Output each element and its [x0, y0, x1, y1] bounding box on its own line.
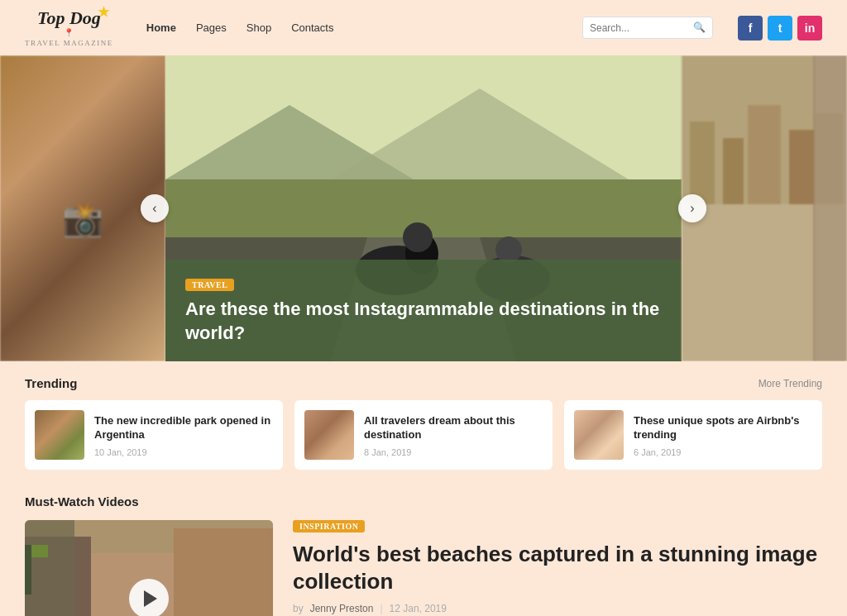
video-author: by Jenny Preston | 12 Jan, 2019: [293, 603, 822, 614]
must-watch-content: Inspiration World's best beaches capture…: [25, 520, 822, 616]
trending-article-title-2: All travelers dream about this destinati…: [364, 413, 543, 442]
logo-text: Top Dog: [37, 7, 101, 28]
trending-date-2: 8 Jan, 2019: [364, 447, 543, 457]
instagram-button[interactable]: in: [797, 16, 822, 41]
search-input[interactable]: [590, 22, 689, 34]
main-nav: Home Pages Shop Contacts: [146, 21, 566, 34]
search-bar: 🔍: [582, 17, 713, 39]
svg-rect-19: [814, 55, 847, 361]
nav-item-pages[interactable]: Pages: [196, 21, 227, 34]
svg-rect-16: [748, 105, 781, 204]
trending-info-3: These unique spots are Airbnb's trending…: [634, 413, 812, 457]
svg-rect-15: [723, 138, 744, 204]
logo-subtitle: TRAVEL MAGAZINE: [25, 39, 113, 47]
slide-title: Are these the most Instagrammable destin…: [185, 298, 662, 345]
svg-point-9: [403, 222, 433, 252]
trending-card[interactable]: All travelers dream about this destinati…: [294, 400, 553, 470]
search-icon: 🔍: [693, 21, 706, 34]
hero-slider: Travel Are these the most Instagrammable…: [0, 55, 847, 361]
author-name: Jenny Preston: [310, 603, 374, 614]
video-date: 12 Jan, 2019: [390, 603, 447, 614]
nav-item-shop[interactable]: Shop: [246, 21, 271, 34]
trending-info-2: All travelers dream about this destinati…: [364, 413, 543, 457]
trending-thumb-3: [574, 410, 624, 460]
slider-main: Travel Are these the most Instagrammable…: [165, 55, 682, 361]
play-button[interactable]: [129, 579, 169, 616]
twitter-button[interactable]: t: [768, 16, 792, 41]
slider-side-right: [682, 55, 847, 361]
trending-article-title-3: These unique spots are Airbnb's trending: [634, 413, 812, 442]
trending-article-title-1: The new incredible park opened in Argent…: [94, 413, 273, 442]
logo-star: ★: [98, 5, 109, 20]
video-thumbnail[interactable]: [25, 520, 273, 616]
trending-date-3: 6 Jan, 2019: [634, 447, 812, 457]
trending-info-1: The new incredible park opened in Argent…: [94, 413, 273, 457]
must-watch-section: Must-Watch Videos: [0, 480, 847, 616]
video-tag: Inspiration: [293, 520, 365, 532]
slide-caption: Travel Are these the most Instagrammable…: [165, 260, 682, 361]
slide-tag: Travel: [185, 279, 234, 291]
header: Top Dog ★ 📍 TRAVEL MAGAZINE Home Pages S…: [0, 0, 847, 55]
trending-date-1: 10 Jan, 2019: [94, 447, 273, 457]
trending-card[interactable]: The new incredible park opened in Argent…: [25, 400, 283, 470]
trending-thumb-1: [35, 410, 84, 460]
video-overlay: [25, 520, 273, 616]
trending-thumb-2: [304, 410, 354, 460]
facebook-button[interactable]: f: [738, 16, 763, 41]
slider-arrow-right[interactable]: ›: [678, 194, 706, 222]
play-icon: [144, 590, 157, 607]
nav-item-home[interactable]: Home: [146, 21, 176, 34]
video-info: Inspiration World's best beaches capture…: [293, 520, 822, 616]
logo[interactable]: Top Dog ★ 📍 TRAVEL MAGAZINE: [25, 8, 113, 47]
trending-title: Trending: [25, 376, 77, 390]
trending-header: Trending More Trending: [25, 376, 822, 390]
video-title: World's best beaches captured in a stunn…: [293, 541, 822, 595]
svg-rect-17: [789, 130, 814, 204]
trending-card[interactable]: These unique spots are Airbnb's trending…: [564, 400, 822, 470]
trending-cards: The new incredible park opened in Argent…: [25, 400, 822, 470]
social-icons: f t in: [738, 16, 822, 41]
more-trending-link[interactable]: More Trending: [758, 378, 822, 389]
trending-section: Trending More Trending The new incredibl…: [0, 361, 847, 480]
svg-rect-14: [690, 122, 715, 204]
nav-item-contacts[interactable]: Contacts: [291, 21, 333, 34]
must-watch-title: Must-Watch Videos: [25, 494, 822, 509]
slider-arrow-left[interactable]: ‹: [141, 194, 169, 222]
